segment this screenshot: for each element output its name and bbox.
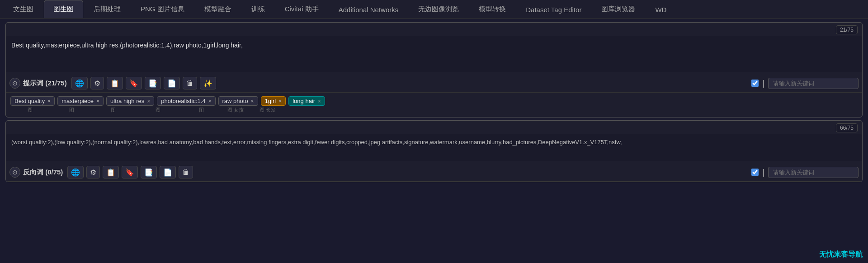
positive-prompt-section: 21/75 ⊙ 提示词 (21/75) 🌐 ⚙ 📋 🔖 📑 📄 🗑 ✨ |	[5, 22, 863, 117]
negative-load-btn[interactable]: 📋	[103, 166, 119, 178]
sub-raw-photo: 图	[183, 107, 219, 113]
tag-label: masterpiece	[61, 98, 94, 104]
tab-bar: 文生图 图生图 后期处理 PNG 图片信息 模型融合 训练 Civitai 助手…	[0, 0, 868, 19]
tab-txt2img[interactable]: 文生图	[4, 0, 43, 18]
sub-masterpiece: 图	[52, 107, 91, 113]
positive-paste-btn[interactable]: 📑	[145, 77, 161, 89]
sub-1girl: 图 女孩	[222, 107, 249, 113]
tab-postprocess[interactable]: 后期处理	[84, 0, 130, 18]
sub-photorealistic: 图	[135, 107, 180, 113]
tag-label: long hair	[292, 98, 315, 104]
positive-keyword-input[interactable]	[768, 78, 859, 89]
tab-img2img[interactable]: 图生图	[44, 0, 83, 18]
tag-best-quality[interactable]: Best quality ×	[10, 96, 55, 106]
positive-gear-btn[interactable]: ⚙	[90, 77, 104, 89]
positive-load-btn[interactable]: 📋	[107, 77, 123, 89]
tag-long-hair[interactable]: long hair ×	[288, 96, 325, 106]
positive-tags-row: Best quality × masterpiece × ultra high …	[10, 96, 858, 106]
negative-keyword-input[interactable]	[768, 167, 859, 178]
sub-long-hair: 图 长发	[252, 107, 283, 113]
positive-save-btn[interactable]: 🔖	[126, 77, 142, 89]
positive-counter-row: 21/75	[6, 23, 862, 36]
negative-toolbar: ⊙ 反向词 (0/75) 🌐 ⚙ 📋 🔖 📑 📄 🗑 |	[6, 163, 862, 182]
tag-remove[interactable]: ×	[318, 98, 321, 104]
tab-model-merge[interactable]: 模型融合	[195, 0, 241, 18]
positive-keyword-checkbox[interactable]	[751, 80, 759, 87]
tab-additional-networks[interactable]: Additional Networks	[329, 1, 408, 18]
negative-gear-btn[interactable]: ⚙	[86, 166, 100, 178]
tab-gallery-browser[interactable]: 图库浏览器	[592, 0, 645, 18]
brand-label: 无忧来客导航	[819, 250, 863, 259]
negative-keyword-checkbox[interactable]	[751, 169, 759, 176]
tag-remove[interactable]: ×	[208, 98, 212, 104]
negative-globe-btn[interactable]: 🌐	[67, 166, 84, 178]
tag-masterpiece[interactable]: masterpiece ×	[57, 96, 104, 106]
tag-label: Best quality	[14, 98, 45, 104]
positive-divider-icon: |	[762, 79, 764, 88]
sub-ultra-high-res: 图	[94, 107, 132, 113]
positive-magic-btn[interactable]: ✨	[200, 77, 216, 89]
tab-dataset-tag-editor[interactable]: Dataset Tag Editor	[516, 1, 591, 18]
negative-prompt-section: 66/75 ⊙ 反向词 (0/75) 🌐 ⚙ 📋 🔖 📑 📄 🗑 |	[5, 120, 863, 182]
positive-copy-btn[interactable]: 📄	[164, 77, 180, 89]
tab-png-info[interactable]: PNG 图片信息	[131, 0, 194, 18]
tag-raw-photo[interactable]: raw photo ×	[218, 96, 258, 106]
tag-remove[interactable]: ×	[47, 98, 51, 104]
tag-remove[interactable]: ×	[251, 98, 254, 104]
positive-trash-btn[interactable]: 🗑	[183, 77, 197, 89]
tag-label: raw photo	[222, 98, 248, 104]
tags-sub-labels: 图 图 图 图 图 图 女孩 图 长发	[10, 106, 858, 115]
negative-paste-btn[interactable]: 📑	[141, 166, 157, 178]
negative-trash-btn[interactable]: 🗑	[179, 166, 193, 178]
positive-prompt-textarea[interactable]	[6, 36, 862, 72]
tag-1girl[interactable]: 1girl ×	[261, 96, 286, 106]
positive-counter-badge: 21/75	[836, 25, 858, 34]
tag-label: 1girl	[265, 98, 276, 104]
tag-remove[interactable]: ×	[147, 98, 150, 104]
main-content: 21/75 ⊙ 提示词 (21/75) 🌐 ⚙ 📋 🔖 📑 📄 🗑 ✨ |	[0, 19, 868, 188]
tag-remove[interactable]: ×	[278, 98, 282, 104]
tab-train[interactable]: 训练	[242, 0, 274, 18]
positive-collapse-btn[interactable]: ⊙	[9, 78, 20, 89]
tag-photorealistic[interactable]: photorealistic:1.4 ×	[157, 96, 215, 106]
negative-save-btn[interactable]: 🔖	[122, 166, 138, 178]
sub-best-quality: 图	[10, 107, 49, 113]
negative-counter-badge: 66/75	[836, 123, 858, 132]
tag-label: photorealistic:1.4	[161, 98, 205, 104]
tag-label: ultra high res	[110, 98, 144, 104]
negative-divider-icon: |	[762, 168, 764, 177]
positive-toolbar: ⊙ 提示词 (21/75) 🌐 ⚙ 📋 🔖 📑 📄 🗑 ✨ |	[6, 74, 862, 93]
positive-tags-section: Best quality × masterpiece × ultra high …	[6, 93, 862, 117]
tag-remove[interactable]: ×	[96, 98, 99, 104]
tab-infinite-browser[interactable]: 无边图像浏览	[409, 0, 468, 18]
tab-wd[interactable]: WD	[646, 1, 676, 18]
tab-model-convert[interactable]: 模型转换	[469, 0, 515, 18]
positive-globe-btn[interactable]: 🌐	[71, 77, 88, 89]
tab-civitai[interactable]: Civitai 助手	[275, 0, 328, 18]
positive-section-label: 提示词 (21/75)	[23, 79, 67, 88]
tag-ultra-high-res[interactable]: ultra high res ×	[106, 96, 154, 106]
negative-prompt-textarea[interactable]	[6, 134, 862, 161]
negative-counter-row: 66/75	[6, 121, 862, 134]
negative-section-label: 反向词 (0/75)	[23, 168, 63, 177]
negative-copy-btn[interactable]: 📄	[160, 166, 176, 178]
negative-collapse-btn[interactable]: ⊙	[9, 167, 20, 178]
